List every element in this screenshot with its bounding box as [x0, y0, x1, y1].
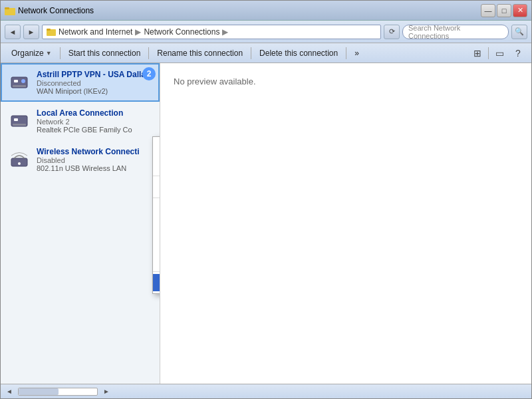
title-bar-left: Network Connections [5, 5, 94, 16]
vpn-connection-details: Astrill PPTP VPN - USA Dalla Disconnecte… [37, 70, 146, 95]
connection-item-wifi[interactable]: Wireless Network Connecti Disabled 802.1… [1, 140, 160, 179]
lan-connection-details: Local Area Connection Network 2 Realtek … [37, 108, 132, 134]
status-bar: ◄ ► [1, 384, 531, 398]
address-part-2: Network Connections [144, 27, 219, 37]
svg-rect-6 [13, 85, 26, 87]
wifi-type: 802.11n USB Wireless LAN [37, 164, 140, 172]
search-box[interactable]: Search Network Connections [402, 25, 509, 39]
vpn-name: Astrill PPTP VPN - USA Dalla [37, 70, 146, 79]
vpn-type: WAN Miniport (IKEv2) [37, 87, 146, 95]
title-bar-buttons: — □ ✕ [481, 4, 527, 17]
svg-point-7 [21, 79, 25, 83]
toolbar-sep-3 [251, 47, 251, 59]
view-options-button[interactable]: ⊞ [469, 45, 485, 61]
menu-item-copy[interactable]: Create Copy [153, 200, 160, 217]
pane-toggle-button[interactable]: ▭ [491, 45, 507, 61]
menu-item-delete[interactable]: 🛡 Delete [153, 235, 160, 252]
search-icon-button[interactable]: 🔍 [511, 25, 527, 39]
rename-connection-button[interactable]: Rename this connection [152, 45, 248, 61]
left-pane: Astrill PPTP VPN - USA Dalla Disconnecte… [1, 63, 160, 384]
lan-icon [7, 109, 31, 133]
svg-rect-10 [13, 124, 26, 126]
address-bar: ◄ ► Network and Internet ▶ Network Conne… [1, 21, 531, 43]
wifi-icon [7, 148, 31, 172]
wifi-name: Wireless Network Connecti [37, 147, 140, 156]
right-pane: No preview available. [160, 63, 531, 384]
lan-name: Local Area Connection [37, 108, 132, 118]
menu-item-status: Status [153, 156, 160, 174]
more-button[interactable]: » [349, 45, 364, 61]
address-sep-1: ▶ [135, 27, 141, 37]
address-path[interactable]: Network and Internet ▶ Network Connectio… [42, 25, 381, 39]
forward-button[interactable]: ► [23, 25, 39, 39]
vpn-icon [7, 70, 31, 94]
organize-button[interactable]: Organize ▼ [6, 45, 57, 61]
scrollbar-thumb [19, 388, 59, 395]
menu-item-connect[interactable]: Connect [153, 139, 160, 156]
minimize-button[interactable]: — [481, 4, 495, 17]
menu-sep-2 [153, 198, 160, 198]
refresh-button[interactable]: ⟳ [384, 25, 400, 39]
vpn-status: Disconnected [37, 79, 146, 87]
svg-rect-5 [14, 80, 18, 82]
start-connection-button[interactable]: Start this connection [63, 45, 146, 61]
svg-rect-3 [47, 29, 51, 31]
address-sep-2: ▶ [222, 27, 228, 37]
preview-text: No preview available. [174, 76, 256, 86]
menu-item-rename[interactable]: 🛡 Rename [153, 252, 160, 269]
svg-point-12 [18, 162, 21, 165]
help-button[interactable]: ? [510, 45, 526, 61]
toolbar-sep-v [488, 47, 489, 59]
title-bar-text: Network Connections [18, 6, 94, 15]
back-button[interactable]: ◄ [5, 25, 21, 39]
folder-icon [5, 5, 15, 16]
close-button[interactable]: ✕ [513, 4, 527, 17]
menu-item-shortcut[interactable]: Create Shortcut [153, 217, 160, 235]
menu-sep-1 [153, 176, 160, 176]
wifi-connection-details: Wireless Network Connecti Disabled 802.1… [37, 147, 140, 172]
search-placeholder: Search Network Connections [408, 24, 503, 40]
toolbar-sep-2 [148, 47, 149, 59]
wifi-status: Disabled [37, 156, 140, 164]
folder-small-icon [47, 27, 56, 37]
connection-item-vpn[interactable]: Astrill PPTP VPN - USA Dalla Disconnecte… [1, 63, 160, 102]
menu-item-properties[interactable]: 🛡 Properties 3 [153, 274, 160, 291]
scroll-right-arrow[interactable]: ► [103, 388, 110, 395]
lan-type: Realtek PCIe GBE Family Co [37, 126, 132, 134]
svg-rect-1 [5, 7, 9, 9]
toolbar-sep-4 [346, 47, 346, 59]
maximize-button[interactable]: □ [497, 4, 511, 17]
toolbar: Organize ▼ Start this connection Rename … [1, 43, 531, 63]
menu-item-default[interactable]: Set as Default Connection [153, 178, 160, 196]
lan-status: Network 2 [37, 118, 132, 126]
scroll-left-arrow[interactable]: ◄ [6, 388, 13, 395]
badge-2: 2 [142, 67, 156, 80]
connection-item-lan[interactable]: Local Area Connection Network 2 Realtek … [1, 102, 160, 140]
toolbar-sep-1 [60, 47, 61, 59]
status-scrollbar[interactable] [18, 388, 98, 396]
address-part-1: Network and Internet [59, 27, 132, 37]
svg-rect-9 [14, 118, 18, 121]
toolbar-right: ⊞ ▭ ? [469, 45, 526, 61]
menu-sep-3 [153, 271, 160, 272]
title-bar: Network Connections — □ ✕ [1, 1, 531, 21]
organize-arrow: ▼ [46, 50, 52, 57]
delete-connection-button[interactable]: Delete this connection [254, 45, 343, 61]
window: Network Connections — □ ✕ ◄ ► Network an… [0, 0, 532, 399]
context-menu: Connect Status Set as Default Connection… [152, 136, 160, 294]
content-area: Astrill PPTP VPN - USA Dalla Disconnecte… [1, 63, 531, 384]
